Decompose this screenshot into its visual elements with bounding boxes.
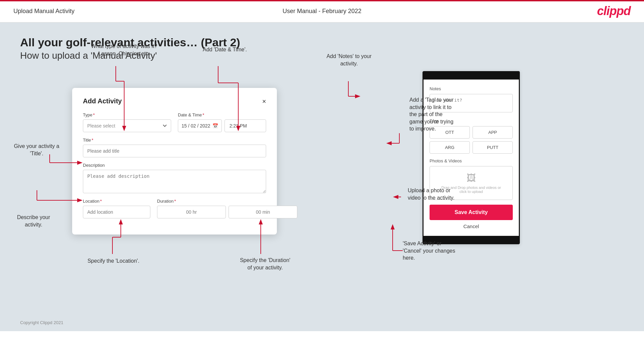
modal-header: Add Activity × — [83, 97, 266, 105]
description-group: Description — [83, 163, 266, 193]
main-heading: All your golf-relevant activities… (Part… — [20, 36, 624, 49]
phone-panel: Notes Tags OTT APP ARG PUTT Photos & Vid… — [423, 71, 520, 244]
duration-inputs — [157, 206, 297, 218]
save-activity-button[interactable]: Save Activity — [430, 205, 513, 220]
tag-app[interactable]: APP — [473, 126, 513, 139]
main-content: All your golf-relevant activities… (Part… — [0, 22, 644, 331]
location-input[interactable] — [83, 206, 150, 218]
date-time-inputs: 15 / 02 / 2022 📅 2:21 PM — [178, 119, 266, 132]
datetime-group: Date & Time* 15 / 02 / 2022 📅 2:21 PM — [178, 112, 266, 132]
photos-label: Photos & Videos — [430, 158, 513, 163]
duration-min-input[interactable] — [229, 206, 297, 218]
manual-title: User Manual - February 2022 — [283, 8, 361, 15]
location-label: Location* — [83, 199, 150, 204]
copyright: Copyright Clippd 2021 — [20, 320, 63, 325]
description-label: Description — [83, 163, 266, 168]
notes-input[interactable] — [430, 94, 513, 112]
page-subtitle: How to upload a 'Manual Activity' — [20, 50, 624, 61]
location-duration-row: Location* Duration* — [83, 199, 266, 218]
upload-icon: 🖼 — [433, 172, 509, 184]
tag-putt[interactable]: PUTT — [473, 141, 513, 154]
date-input[interactable]: 15 / 02 / 2022 📅 — [178, 119, 222, 132]
modal-close-button[interactable]: × — [262, 98, 266, 105]
notes-label: Notes — [430, 86, 513, 91]
type-select[interactable]: Please select — [83, 119, 171, 132]
top-bar: Upload Manual Activity User Manual - Feb… — [0, 0, 644, 22]
time-input[interactable]: 2:21 PM — [225, 119, 266, 132]
title-label: Title* — [83, 138, 266, 143]
duration-group: Duration* — [157, 199, 297, 218]
title-group: Title* — [83, 138, 266, 157]
duration-label: Duration* — [157, 199, 297, 204]
ann-title-give: Give your activity a'Title'. — [11, 143, 62, 157]
phone-inner: Notes Tags OTT APP ARG PUTT Photos & Vid… — [424, 80, 519, 236]
tags-grid: OTT APP ARG PUTT — [430, 126, 513, 154]
ann-location: Specify the 'Location'. — [83, 257, 144, 265]
photos-drop-text: Drag and Drop photos and videos or click… — [433, 186, 509, 194]
type-label: Type* — [83, 112, 171, 117]
modal-title: Add Activity — [83, 97, 122, 105]
tag-ott[interactable]: OTT — [430, 126, 470, 139]
duration-hr-input[interactable] — [157, 206, 226, 218]
photos-drop-zone[interactable]: 🖼 Drag and Drop photos and videos or cli… — [430, 166, 513, 200]
datetime-label: Date & Time* — [178, 112, 266, 117]
location-group: Location* — [83, 199, 150, 218]
cancel-button[interactable]: Cancel — [463, 223, 479, 229]
calendar-icon[interactable]: 📅 — [212, 123, 218, 128]
type-group: Type* Please select — [83, 112, 171, 132]
tag-arg[interactable]: ARG — [430, 141, 470, 154]
type-datetime-row: Type* Please select Date & Time* 15 / 02… — [83, 112, 266, 132]
ann-duration: Specify the 'Duration'of your activity. — [228, 257, 302, 271]
logo: clippd — [597, 4, 631, 18]
description-input[interactable] — [83, 170, 266, 193]
tags-label: Tags — [430, 118, 513, 123]
ann-describe: Describe youractivity. — [10, 214, 57, 228]
title-input[interactable] — [83, 145, 266, 157]
add-activity-modal: Add Activity × Type* Please select Date … — [72, 88, 277, 235]
page-title-header: Upload Manual Activity — [13, 8, 75, 15]
